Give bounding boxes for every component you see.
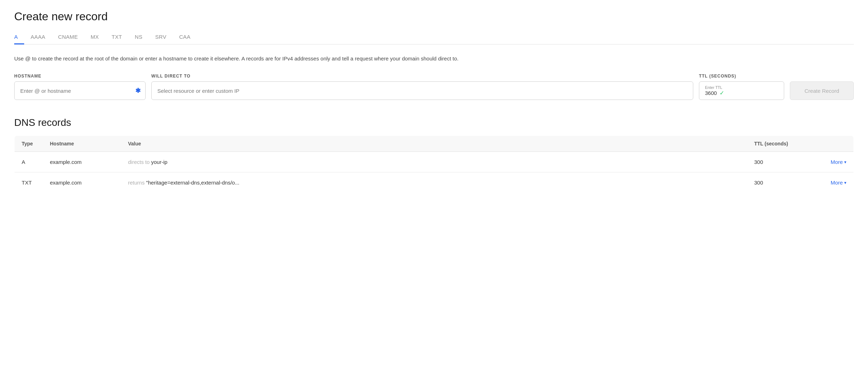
ttl-inner-label: Enter TTL <box>705 85 778 90</box>
table-row: A example.com directs to your-ip 300 Mor… <box>15 152 854 172</box>
tab-caa[interactable]: CAA <box>173 30 197 44</box>
col-header-action <box>804 136 854 152</box>
tab-a[interactable]: A <box>14 30 24 44</box>
ttl-group: TTL (SECONDS) Enter TTL 3600 ✓ <box>699 74 784 100</box>
dns-records-table: Type Hostname Value TTL (seconds) A exam… <box>14 135 854 193</box>
cell-value: directs to your-ip <box>121 152 747 172</box>
table-row: TXT example.com returns "heritage=extern… <box>15 172 854 193</box>
ttl-valid-icon: ✓ <box>720 90 724 96</box>
will-direct-label: WILL DIRECT TO <box>151 74 693 79</box>
dns-records-title: DNS records <box>14 117 854 128</box>
ttl-input-wrapper[interactable]: Enter TTL 3600 ✓ <box>699 81 784 100</box>
chevron-down-icon: ▾ <box>844 180 846 185</box>
value-text: your-ip <box>151 159 168 165</box>
hostname-label: HOSTNAME <box>14 74 146 79</box>
cell-type: A <box>15 152 43 172</box>
cell-type: TXT <box>15 172 43 193</box>
will-direct-group: WILL DIRECT TO <box>151 74 693 100</box>
chevron-down-icon: ▾ <box>844 160 846 165</box>
col-header-ttl: TTL (seconds) <box>747 136 804 152</box>
cell-action: More ▾ <box>804 152 854 172</box>
ttl-value-row: 3600 ✓ <box>705 90 778 96</box>
page-title: Create new record <box>14 10 854 23</box>
tab-ns[interactable]: NS <box>129 30 149 44</box>
required-icon: ✱ <box>135 87 141 95</box>
value-prefix: returns <box>128 180 146 186</box>
cell-hostname: example.com <box>43 152 121 172</box>
col-header-value: Value <box>121 136 747 152</box>
ttl-value: 3600 <box>705 90 717 96</box>
will-direct-input[interactable] <box>151 81 693 100</box>
hostname-input[interactable] <box>14 81 146 100</box>
hostname-input-wrapper: ✱ <box>14 81 146 100</box>
dns-records-section: DNS records Type Hostname Value TTL (sec… <box>14 117 854 193</box>
col-header-hostname: Hostname <box>43 136 121 152</box>
tab-cname[interactable]: CNAME <box>52 30 85 44</box>
value-prefix: directs to <box>128 159 151 165</box>
col-header-type: Type <box>15 136 43 152</box>
create-record-form: HOSTNAME ✱ WILL DIRECT TO TTL (SECONDS) … <box>14 74 854 100</box>
ttl-label: TTL (SECONDS) <box>699 74 784 79</box>
more-button[interactable]: More ▾ <box>831 159 846 165</box>
cell-ttl: 300 <box>747 172 804 193</box>
table-header-row: Type Hostname Value TTL (seconds) <box>15 136 854 152</box>
tab-aaaa[interactable]: AAAA <box>24 30 51 44</box>
create-record-button[interactable]: Create Record <box>790 81 854 100</box>
more-button[interactable]: More ▾ <box>831 180 846 186</box>
cell-value: returns "heritage=external-dns,external-… <box>121 172 747 193</box>
tab-srv[interactable]: SRV <box>149 30 173 44</box>
value-text: "heritage=external-dns,external-dns/o... <box>146 180 239 186</box>
tab-txt[interactable]: TXT <box>105 30 128 44</box>
cell-action: More ▾ <box>804 172 854 193</box>
record-description: Use @ to create the record at the root o… <box>14 54 540 63</box>
cell-hostname: example.com <box>43 172 121 193</box>
record-type-tabs: A AAAA CNAME MX TXT NS SRV CAA <box>14 30 854 44</box>
hostname-group: HOSTNAME ✱ <box>14 74 146 100</box>
cell-ttl: 300 <box>747 152 804 172</box>
tab-mx[interactable]: MX <box>84 30 105 44</box>
